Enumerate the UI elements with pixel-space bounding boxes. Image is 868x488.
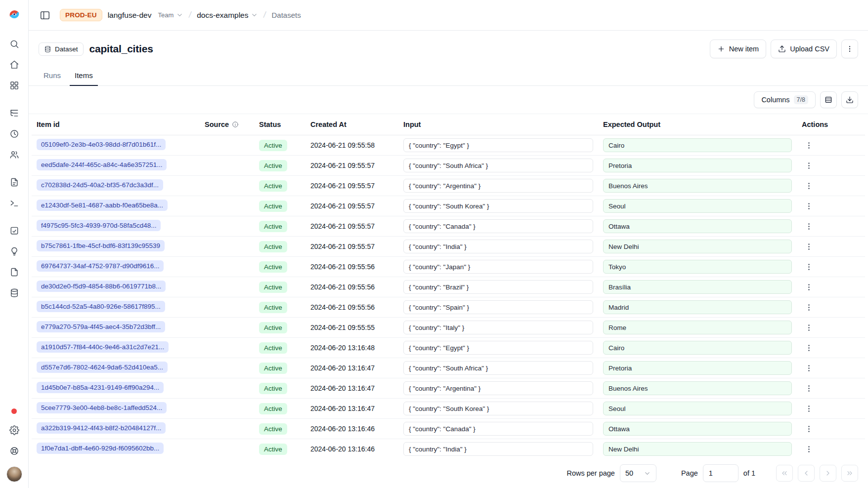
table-row[interactable]: e779a270-579a-4f45-aec4-35b72d3bff... Ac… — [32, 318, 865, 338]
row-actions-button[interactable] — [802, 179, 816, 193]
next-page-button[interactable] — [820, 465, 836, 482]
breadcrumb-section[interactable]: Datasets — [272, 11, 301, 19]
item-id-link[interactable]: c702838d-24d5-40a2-bf35-67dc3a3df... — [37, 179, 163, 191]
playground-terminal-icon[interactable] — [5, 194, 23, 212]
table-row[interactable]: eed5dafe-244f-465c-a84c-4a6e357251... Ac… — [32, 156, 865, 176]
evaluation-icon[interactable] — [5, 222, 23, 240]
sessions-clock-icon[interactable] — [5, 125, 23, 143]
item-id-link[interactable]: b5c144cd-52a5-4a80-926e-58617f895... — [37, 301, 165, 312]
app-root: PROD-EU langfuse-dev Team / docs-example… — [0, 0, 868, 488]
row-actions-button[interactable] — [802, 240, 816, 253]
info-icon[interactable] — [232, 121, 239, 128]
tab-items[interactable]: Items — [70, 66, 98, 86]
more-vertical-icon — [805, 384, 813, 393]
settings-gear-icon[interactable] — [5, 421, 23, 439]
page-number-input[interactable] — [703, 464, 738, 482]
rows-per-page-select[interactable]: 50 — [620, 464, 656, 482]
input-cell: { "country": "Brazil" } — [398, 277, 598, 297]
item-id-link[interactable]: 1d45b0e7-b85a-4231-9149-6ff90a294... — [37, 382, 164, 393]
item-id-link[interactable]: a322b319-9412-4f43-b8f2-b20484127f... — [37, 422, 166, 434]
database-icon — [44, 45, 51, 53]
table-row[interactable]: 1d45b0e7-b85a-4231-9149-6ff90a294... Act… — [32, 378, 865, 399]
item-id-link[interactable]: e12430df-5e81-4687-aabb-f0ea65be8a... — [37, 200, 168, 211]
previous-page-button[interactable] — [798, 465, 815, 482]
col-header-created-at[interactable]: Created At — [305, 114, 398, 135]
item-id-link[interactable]: 05109ef0-2e3b-4e03-98dd-8f7d01b61f... — [37, 139, 166, 150]
record-dot[interactable] — [11, 408, 17, 414]
item-id-link[interactable]: 5cee7779-3e00-4eb8-be8c-1affedd524... — [37, 402, 167, 413]
item-id-link[interactable]: 69764737-34af-4752-9787-d90df9616... — [37, 260, 164, 272]
item-id-link[interactable]: 1f0e7da1-dbff-4e60-929d-f6095602bb... — [37, 443, 164, 454]
row-height-button[interactable] — [820, 91, 837, 108]
item-id-cell: e12430df-5e81-4687-aabb-f0ea65be8a... — [32, 196, 200, 216]
export-button[interactable] — [841, 91, 858, 108]
datasets-database-icon[interactable] — [5, 284, 23, 302]
row-actions-button[interactable] — [802, 422, 816, 436]
project-selector[interactable]: docs-examples — [197, 11, 258, 20]
columns-count-badge: 7/8 — [794, 95, 808, 104]
table-row[interactable]: b5c144cd-52a5-4a80-926e-58617f895... Act… — [32, 297, 865, 318]
item-id-link[interactable]: b75c7861-1fbe-45cf-bdf6-83f139c95539 — [37, 240, 165, 251]
table-row[interactable]: c702838d-24d5-40a2-bf35-67dc3a3df... Act… — [32, 176, 865, 196]
row-actions-button[interactable] — [802, 280, 816, 294]
row-actions-button[interactable] — [802, 341, 816, 355]
col-header-input[interactable]: Input — [398, 114, 598, 135]
row-actions-button[interactable] — [802, 402, 816, 415]
table-row[interactable]: d557e7d6-7802-4624-9da6-52d410ea5... Act… — [32, 358, 865, 378]
row-actions-button[interactable] — [802, 138, 816, 152]
sidebar-toggle-icon[interactable] — [39, 9, 51, 22]
dashboard-grid-icon[interactable] — [5, 77, 23, 94]
item-id-link[interactable]: de30d2e0-f5d9-4854-88b6-0619771b8... — [37, 281, 166, 292]
table-row[interactable]: a322b319-9412-4f43-b8f2-b20484127f... Ac… — [32, 419, 865, 439]
item-id-link[interactable]: e779a270-579a-4f45-aec4-35b72d3bff... — [37, 321, 165, 332]
item-id-link[interactable]: d557e7d6-7802-4624-9da6-52d410ea5... — [37, 362, 168, 373]
item-id-link[interactable]: a1910d57-7f84-440c-9e46-a31c2d7e21... — [37, 341, 169, 353]
prompts-file-icon[interactable] — [5, 173, 23, 191]
org-selector[interactable]: Team — [157, 11, 183, 19]
actions-cell — [797, 419, 865, 439]
col-header-expected-output[interactable]: Expected Output — [598, 114, 797, 135]
upload-csv-button[interactable]: Upload CSV — [771, 40, 837, 58]
table-row[interactable]: 05109ef0-2e3b-4e03-98dd-8f7d01b61f... Ac… — [32, 135, 865, 156]
status-cell: Active — [254, 135, 305, 156]
row-actions-button[interactable] — [802, 442, 816, 456]
annotation-file-icon[interactable] — [5, 263, 23, 281]
last-page-button[interactable] — [841, 465, 858, 482]
langfuse-logo[interactable] — [6, 6, 23, 23]
expected-output-cell: Brasília — [598, 277, 797, 297]
new-item-button[interactable]: New item — [710, 40, 766, 58]
table-row[interactable]: de30d2e0-f5d9-4854-88b6-0619771b8... Act… — [32, 277, 865, 297]
user-avatar[interactable] — [6, 466, 22, 482]
row-actions-button[interactable] — [802, 361, 816, 375]
table-row[interactable]: 69764737-34af-4752-9787-d90df9616... Act… — [32, 257, 865, 277]
tracing-list-icon[interactable] — [5, 104, 23, 122]
lightbulb-icon[interactable] — [5, 243, 23, 260]
search-icon[interactable] — [5, 35, 23, 53]
row-actions-button[interactable] — [802, 260, 816, 274]
users-icon[interactable] — [5, 146, 23, 163]
table-row[interactable]: a1910d57-7f84-440c-9e46-a31c2d7e21... Ac… — [32, 338, 865, 358]
col-header-status[interactable]: Status — [254, 114, 305, 135]
row-actions-button[interactable] — [802, 199, 816, 213]
row-actions-button[interactable] — [802, 300, 816, 314]
row-actions-button[interactable] — [802, 381, 816, 395]
tab-runs[interactable]: Runs — [39, 66, 66, 86]
table-row[interactable]: 1f0e7da1-dbff-4e60-929d-f6095602bb... Ac… — [32, 439, 865, 458]
table-row[interactable]: b75c7861-1fbe-45cf-bdf6-83f139c95539 Act… — [32, 237, 865, 257]
col-header-item-id[interactable]: Item id — [32, 114, 200, 135]
table-row[interactable]: f4975c95-5fc3-4939-970d-58fa5cd48... Act… — [32, 216, 865, 237]
first-page-button[interactable] — [776, 465, 793, 482]
home-icon[interactable] — [5, 56, 23, 74]
row-actions-button[interactable] — [802, 159, 816, 172]
support-lifebuoy-icon[interactable] — [5, 442, 23, 460]
item-id-link[interactable]: f4975c95-5fc3-4939-970d-58fa5cd48... — [37, 220, 161, 231]
breadcrumb-org-name[interactable]: langfuse-dev — [108, 11, 152, 20]
col-header-source[interactable]: Source — [200, 114, 254, 135]
row-actions-button[interactable] — [802, 219, 816, 233]
table-row[interactable]: 5cee7779-3e00-4eb8-be8c-1affedd524... Ac… — [32, 399, 865, 419]
item-id-link[interactable]: eed5dafe-244f-465c-a84c-4a6e357251... — [37, 159, 167, 170]
row-actions-button[interactable] — [802, 321, 816, 334]
more-actions-button[interactable] — [841, 40, 858, 58]
columns-button[interactable]: Columns 7/8 — [754, 91, 816, 108]
table-row[interactable]: e12430df-5e81-4687-aabb-f0ea65be8a... Ac… — [32, 196, 865, 216]
